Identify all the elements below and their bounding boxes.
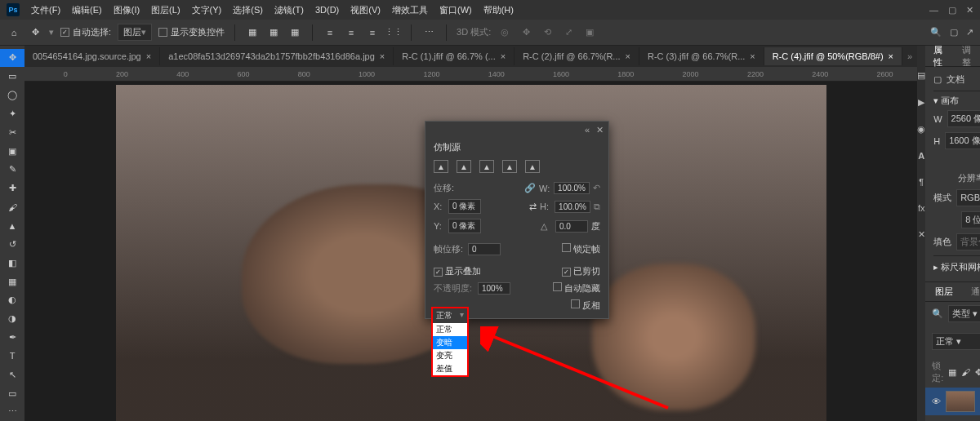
swatches-icon[interactable]: ▶: [918, 97, 924, 108]
source-5-icon[interactable]: ▲: [525, 160, 540, 173]
blend-mode[interactable]: 正常 ▾: [932, 333, 980, 350]
brush-panel-icon[interactable]: fx: [918, 203, 925, 213]
tab-close-icon[interactable]: ×: [501, 51, 506, 61]
layer-thumb[interactable]: [946, 391, 975, 412]
align-right-icon[interactable]: ▦: [287, 25, 302, 40]
gradient-tool[interactable]: ▦: [0, 273, 24, 290]
3d-camera-icon[interactable]: ▣: [582, 25, 597, 40]
canvas-section[interactable]: ▾ 画布: [933, 95, 959, 105]
tab-close-icon[interactable]: ×: [146, 51, 151, 61]
menu-window[interactable]: 窗口(W): [434, 2, 477, 19]
tool-preset-icon[interactable]: ✕: [918, 229, 925, 240]
workspace-icon[interactable]: ▢: [950, 27, 958, 38]
x-input[interactable]: 0 像素: [448, 199, 481, 214]
menu-file[interactable]: 文件(F): [26, 2, 65, 19]
depth-select[interactable]: 8 位/通道 ▾: [961, 211, 980, 228]
char-icon[interactable]: A: [918, 151, 924, 161]
overlay-blend-dropdown[interactable]: 正常▾ 正常 变暗 变亮 差值: [431, 307, 469, 377]
mode-select[interactable]: RGB 颜色 ▾: [956, 189, 980, 206]
share-icon[interactable]: ↗: [966, 27, 973, 38]
tab-close-icon[interactable]: ×: [626, 51, 630, 61]
h-input[interactable]: 100.0%: [555, 201, 590, 213]
search-icon[interactable]: 🔍: [930, 27, 942, 38]
lock-frame-check[interactable]: 锁定帧: [562, 243, 600, 255]
dropdown-option-lighten[interactable]: 变亮: [433, 349, 467, 362]
menu-edit[interactable]: 编辑(E): [67, 2, 107, 19]
dropdown-option-normal[interactable]: 正常: [433, 323, 467, 336]
history-icon[interactable]: ◉: [917, 124, 925, 135]
ruler-grid-section[interactable]: ▸ 标尺和网格: [933, 262, 980, 272]
heal-tool[interactable]: ✚: [0, 179, 24, 197]
lock-paint-icon[interactable]: 🖌: [961, 367, 970, 377]
filter-type[interactable]: 类型 ▾: [948, 305, 980, 322]
frame-offset-input[interactable]: 0: [468, 243, 501, 255]
align-middle-icon[interactable]: ≡: [344, 25, 359, 40]
move-tool[interactable]: ✥: [0, 49, 24, 67]
brush-tool[interactable]: 🖌: [0, 198, 24, 216]
crop-tool[interactable]: ✂: [0, 123, 24, 141]
menu-layer[interactable]: 图层(L): [146, 2, 185, 19]
y-input[interactable]: 0 像素: [448, 219, 481, 233]
doc-tab-4[interactable]: R-C (3).jfif @ 66.7%(R...×: [639, 47, 764, 65]
source-1-icon[interactable]: ▲: [434, 160, 448, 173]
tab-close-icon[interactable]: ×: [750, 51, 755, 61]
auto-hide-check[interactable]: 自动隐藏: [553, 282, 600, 295]
doc-tab-5[interactable]: R-C (4).jfif @ 50%(RGB/8#)×: [764, 47, 902, 65]
fill-select[interactable]: 背景色: [956, 233, 980, 250]
more-icon[interactable]: ⋯: [421, 25, 436, 40]
blur-tool[interactable]: ◐: [0, 291, 24, 309]
menu-3d[interactable]: 3D(D): [310, 2, 344, 17]
reset-icon[interactable]: ↶: [593, 183, 600, 193]
history-brush-tool[interactable]: ↺: [0, 235, 24, 253]
home-icon[interactable]: ⌂: [7, 25, 21, 40]
tab-layers[interactable]: 图层: [930, 282, 958, 301]
w-input[interactable]: 100.0%: [554, 182, 590, 194]
color-panel-icon[interactable]: ▤: [917, 70, 925, 81]
3d-pan-icon[interactable]: ✥: [519, 25, 533, 40]
menu-plugins[interactable]: 增效工具: [387, 2, 433, 19]
link-icon[interactable]: 🔗: [524, 183, 536, 193]
wand-tool[interactable]: ✦: [0, 105, 24, 123]
show-overlay-check[interactable]: ✓ 显示叠加: [434, 265, 481, 277]
clone-source-panel[interactable]: «✕ 仿制源 ▲ ▲ ▲ ▲ ▲ 位移: 🔗 W: 100.0% ↶ X: 0 …: [425, 121, 609, 319]
auto-select-target[interactable]: 图层 ▾: [118, 24, 152, 41]
3d-scale-icon[interactable]: ⤢: [561, 25, 576, 40]
source-4-icon[interactable]: ▲: [502, 160, 517, 173]
tab-close-icon[interactable]: ×: [380, 51, 385, 61]
align-center-icon[interactable]: ▦: [266, 25, 281, 40]
panel-collapse-icon[interactable]: «: [585, 125, 590, 135]
tab-channels[interactable]: 通道: [966, 282, 980, 301]
3d-move-icon[interactable]: ⟲: [540, 25, 555, 40]
dropdown-option-difference[interactable]: 差值: [433, 362, 467, 375]
maximize-icon[interactable]: ▢: [948, 5, 956, 16]
doc-tab-3[interactable]: R-C (2).jfif @ 66.7%(R...×: [514, 47, 639, 65]
align-bottom-icon[interactable]: ≡: [365, 25, 380, 40]
overlay-opacity-input[interactable]: 100%: [478, 282, 510, 295]
close-icon[interactable]: ✕: [966, 5, 973, 16]
dodge-tool[interactable]: ◑: [0, 310, 24, 328]
auto-select-check[interactable]: ✓自动选择:: [60, 26, 111, 38]
filter-icon[interactable]: 🔍: [932, 308, 943, 319]
3d-orbit-icon[interactable]: ◎: [497, 25, 512, 40]
pen-tool[interactable]: ✒: [0, 329, 24, 347]
marquee-tool[interactable]: ▭: [0, 68, 24, 86]
para-icon[interactable]: ¶: [919, 177, 924, 187]
frame-tool[interactable]: ▣: [0, 142, 24, 160]
menu-help[interactable]: 帮助(H): [479, 2, 519, 19]
type-tool[interactable]: T: [0, 348, 24, 366]
invert-check[interactable]: 反相: [571, 299, 600, 312]
distribute-icon[interactable]: ⋮⋮: [386, 25, 401, 40]
lock-trans-icon[interactable]: ▦: [948, 367, 956, 378]
menu-filter[interactable]: 滤镜(T): [270, 2, 309, 19]
source-3-icon[interactable]: ▲: [479, 160, 494, 173]
width-input[interactable]: 2560 像素: [947, 110, 980, 127]
show-transform-check[interactable]: 显示变换控件: [158, 26, 225, 38]
align-top-icon[interactable]: ≡: [323, 25, 337, 40]
doc-tab-0[interactable]: 0054654164.jpg.source.jpg×: [24, 47, 160, 65]
stamp-tool[interactable]: ▲: [0, 217, 24, 235]
dropdown-selected[interactable]: 正常▾: [433, 308, 467, 323]
path-tool[interactable]: ↖: [0, 366, 24, 383]
flip-icon[interactable]: ⇄: [529, 202, 537, 212]
doc-tab-1[interactable]: a1ec08fa513d269743da2b1757fbb2fb4316d86a…: [160, 47, 394, 65]
tab-close-icon[interactable]: ×: [889, 51, 893, 61]
